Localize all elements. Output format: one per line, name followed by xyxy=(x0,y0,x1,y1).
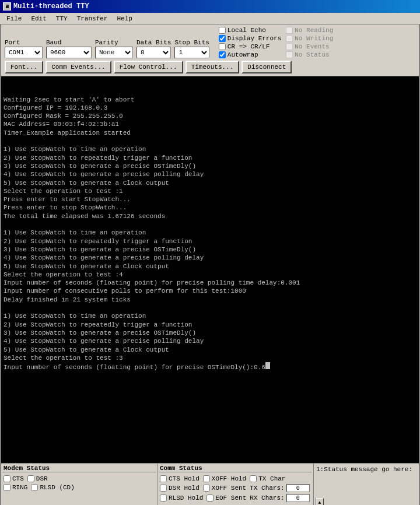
no-reading-checkbox[interactable] xyxy=(286,27,293,34)
menu-bar: File Edit TTY Transfer Help xyxy=(0,13,420,24)
status-message-panel: 1:Status message go here: ▲ ▼ xyxy=(314,464,419,505)
cts-hold-checkbox[interactable] xyxy=(160,475,167,482)
scrollbar[interactable]: ▲ ▼ xyxy=(315,498,323,505)
no-events-checkbox[interactable] xyxy=(286,43,293,50)
port-select[interactable]: COM1 COM2 COM3 xyxy=(5,47,43,58)
tx-char-label: TX Char xyxy=(258,475,285,482)
rlsd-checkbox[interactable] xyxy=(31,484,38,491)
dsr-checkbox[interactable] xyxy=(27,475,34,482)
no-status-checkbox[interactable] xyxy=(286,51,293,58)
cts-label: CTS xyxy=(12,475,24,482)
tx-chars-label: TX Chars: xyxy=(250,485,284,492)
port-group: Port COM1 COM2 COM3 xyxy=(5,39,43,58)
rlsd-label: RLSD (CD) xyxy=(40,484,74,491)
databits-select[interactable]: 8 7 6 5 xyxy=(136,47,171,58)
menu-help[interactable]: Help xyxy=(113,14,136,23)
xoff-hold-label: XOFF Hold xyxy=(212,475,246,482)
rx-chars-item: RX Chars: 0 xyxy=(250,494,309,502)
stopbits-select[interactable]: 1 2 xyxy=(174,47,209,58)
title-text: Multi-threaded TTY xyxy=(13,2,89,10)
menu-file[interactable]: File xyxy=(2,14,26,23)
comm-status-content: CTS Hold XOFF Hold TX Char DSR H xyxy=(159,474,312,503)
dsr-hold-label: DSR Hold xyxy=(169,485,200,492)
eof-sent-item: EOF Sent xyxy=(206,495,246,502)
checkboxes-col1: Local Echo Display Errors CR => CR/LF Au… xyxy=(219,27,281,58)
menu-transfer[interactable]: Transfer xyxy=(73,14,112,23)
xoff-hold-item: XOFF Hold xyxy=(203,475,246,482)
baud-select[interactable]: 9600 19200 115200 xyxy=(46,47,92,58)
comm-events-button[interactable]: Comm Events... xyxy=(46,61,111,73)
eof-sent-checkbox[interactable] xyxy=(206,495,214,502)
autowrap-checkbox[interactable] xyxy=(219,51,226,58)
dsr-label: DSR xyxy=(36,475,48,482)
no-events-item: No Events xyxy=(286,43,333,50)
scroll-up-button[interactable]: ▲ xyxy=(316,498,324,505)
cr-crlf-label: CR => CR/LF xyxy=(228,43,270,50)
main-window: Port COM1 COM2 COM3 Baud 9600 19200 1152… xyxy=(0,24,420,505)
title-bar: 🖥 Multi-threaded TTY xyxy=(0,0,420,13)
menu-tty[interactable]: TTY xyxy=(52,14,72,23)
port-label: Port xyxy=(5,39,43,46)
dsr-hold-checkbox[interactable] xyxy=(160,485,167,492)
terminal-content: Waiting 2sec to start 'A' to abort Confi… xyxy=(4,96,416,372)
font-button[interactable]: Font... xyxy=(5,61,43,73)
tx-chars-item: TX Chars: 0 xyxy=(250,484,309,492)
cts-hold-item: CTS Hold xyxy=(160,475,200,482)
rx-chars-value: 0 xyxy=(286,494,310,502)
terminal-area[interactable]: Waiting 2sec to start 'A' to abort Confi… xyxy=(1,76,419,463)
tx-char-item: TX Char xyxy=(250,475,285,482)
bottom-area: Modem Status CTS DSR RING xyxy=(1,463,419,505)
checkboxes-area: Local Echo Display Errors CR => CR/LF Au… xyxy=(219,27,415,58)
comm-status-title: Comm Status xyxy=(159,465,312,472)
eof-sent-label: EOF Sent xyxy=(215,495,246,502)
display-errors-item: Display Errors xyxy=(219,35,281,42)
rx-chars-label: RX Chars: xyxy=(250,495,284,502)
modem-status-panel: Modem Status CTS DSR RING xyxy=(1,464,158,505)
rlsd-item: RLSD (CD) xyxy=(31,484,74,491)
no-writing-item: No Writing xyxy=(286,35,333,42)
parity-group: Parity None Even Odd xyxy=(95,39,133,58)
baud-group: Baud 9600 19200 115200 xyxy=(46,39,92,58)
modem-row1: CTS DSR xyxy=(4,475,155,482)
autowrap-label: Autowrap xyxy=(228,51,258,58)
no-writing-checkbox[interactable] xyxy=(286,35,293,42)
tx-char-checkbox[interactable] xyxy=(250,475,257,482)
comm-row2: DSR Hold XOFF Sent TX Chars: 0 xyxy=(160,484,311,492)
baud-label: Baud xyxy=(46,39,92,46)
no-reading-item: No Reading xyxy=(286,27,333,34)
autowrap-item: Autowrap xyxy=(219,51,281,58)
cursor xyxy=(265,362,270,369)
menu-edit[interactable]: Edit xyxy=(27,14,50,23)
dsr-hold-item: DSR Hold xyxy=(160,485,200,492)
app-icon: 🖥 xyxy=(3,2,11,10)
tx-chars-value: 0 xyxy=(286,484,310,492)
timeouts-button[interactable]: Timeouts... xyxy=(186,61,240,73)
xoff-hold-checkbox[interactable] xyxy=(203,475,210,482)
local-echo-checkbox[interactable] xyxy=(219,27,226,34)
controls-row2: Font... Comm Events... Flow Control... T… xyxy=(5,61,415,73)
disconnect-button[interactable]: Disconnect xyxy=(242,61,292,73)
ring-item: RING xyxy=(4,484,27,491)
local-echo-label: Local Echo xyxy=(228,27,266,34)
cts-hold-label: CTS Hold xyxy=(169,475,200,482)
databits-group: Data Bits 8 7 6 5 xyxy=(136,39,171,58)
xoff-sent-label: XOFF Sent xyxy=(212,485,246,492)
ring-checkbox[interactable] xyxy=(4,484,10,491)
stopbits-group: Stop Bits 1 2 xyxy=(174,39,209,58)
xoff-sent-checkbox[interactable] xyxy=(203,485,210,492)
rlsd-hold-checkbox[interactable] xyxy=(160,495,167,502)
cr-crlf-item: CR => CR/LF xyxy=(219,43,281,50)
cr-crlf-checkbox[interactable] xyxy=(219,43,226,50)
local-echo-item: Local Echo xyxy=(219,27,281,34)
modem-status-title: Modem Status xyxy=(2,465,156,472)
parity-select[interactable]: None Even Odd xyxy=(95,47,133,58)
no-status-label: No Status xyxy=(295,51,329,58)
cts-checkbox[interactable] xyxy=(4,475,10,482)
databits-label: Data Bits xyxy=(136,39,171,46)
flow-control-button[interactable]: Flow Control... xyxy=(114,61,183,73)
comm-row3: RLSD Hold EOF Sent RX Chars: 0 xyxy=(160,494,311,502)
comm-row1: CTS Hold XOFF Hold TX Char xyxy=(160,475,311,482)
no-reading-label: No Reading xyxy=(295,27,333,34)
display-errors-label: Display Errors xyxy=(228,35,281,42)
display-errors-checkbox[interactable] xyxy=(219,35,226,42)
